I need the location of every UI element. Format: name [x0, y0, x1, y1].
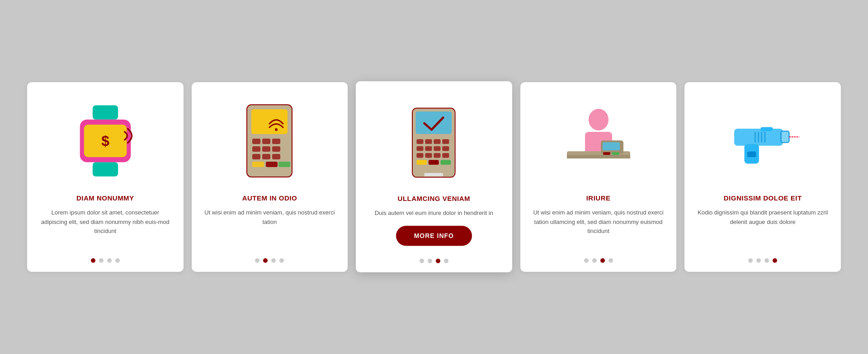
dot-2: [592, 258, 597, 263]
card-3-dots: [420, 259, 448, 263]
pos-terminal-icon: [238, 100, 301, 182]
svg-rect-30: [417, 153, 424, 158]
card-4-icon-area: [531, 96, 666, 186]
svg-rect-14: [252, 154, 260, 159]
svg-rect-21: [416, 112, 452, 135]
dot-1: [420, 259, 424, 263]
dot-1: [584, 258, 589, 263]
dot-3: [764, 258, 769, 263]
pos-check-icon: [404, 100, 464, 182]
card-1-title: DIAM NONUMMY: [76, 194, 134, 202]
svg-rect-16: [272, 154, 280, 159]
card-1: $ DIAM NONUMMY Lorem ipsum dolor sit ame…: [27, 82, 184, 271]
card-3-text: Duis autem vel eum iriure dolor in hendr…: [375, 209, 493, 218]
svg-rect-27: [425, 146, 432, 151]
dot-3: [271, 258, 276, 263]
card-5-icon-area: [695, 96, 830, 186]
card-2-dots: [255, 258, 284, 263]
svg-rect-31: [425, 153, 432, 158]
svg-rect-44: [603, 152, 610, 155]
svg-rect-23: [425, 140, 432, 144]
card-4: IRIURE Ut wisi enim ad minim veniam, qui…: [520, 82, 677, 271]
svg-rect-8: [252, 139, 260, 144]
svg-rect-35: [429, 160, 439, 165]
svg-rect-24: [434, 140, 441, 144]
svg-rect-9: [262, 139, 270, 144]
svg-rect-49: [781, 131, 789, 143]
barcode-scanner-icon: [722, 112, 803, 169]
card-1-text: Lorem ipsum dolor sit amet, consectetuer…: [38, 208, 173, 235]
svg-rect-53: [761, 132, 763, 143]
dot-2: [756, 258, 761, 263]
svg-rect-11: [252, 146, 260, 152]
svg-rect-0: [93, 106, 118, 120]
card-2-icon-area: [203, 96, 337, 186]
svg-rect-12: [262, 146, 270, 152]
svg-rect-22: [417, 140, 424, 144]
dot-1: [91, 258, 95, 263]
more-info-button[interactable]: MORE INFO: [396, 226, 472, 246]
svg-rect-15: [262, 154, 270, 159]
card-5-dots: [748, 258, 777, 263]
smartwatch-icon: $: [65, 100, 146, 182]
svg-rect-29: [443, 146, 449, 151]
cards-container: $ DIAM NONUMMY Lorem ipsum dolor sit ame…: [27, 82, 841, 271]
svg-rect-41: [567, 155, 630, 158]
card-3-title: ULLAMCING VENIAM: [398, 195, 471, 202]
dot-4: [773, 258, 777, 263]
dot-2: [428, 259, 432, 263]
dot-3: [436, 259, 440, 263]
svg-rect-18: [266, 162, 278, 167]
svg-rect-17: [252, 162, 264, 167]
card-5-text: Kodio dignissim qui blandit praesent lup…: [695, 208, 830, 229]
card-1-dots: [91, 258, 120, 263]
dot-3: [600, 258, 605, 263]
svg-rect-51: [755, 132, 756, 143]
svg-rect-6: [251, 109, 288, 134]
svg-rect-10: [272, 139, 280, 144]
card-5: DIGNISSIM DOLOE EIT Kodio dignissim qui …: [684, 82, 841, 271]
svg-rect-19: [278, 162, 290, 167]
card-4-dots: [584, 258, 613, 263]
svg-rect-52: [758, 132, 759, 143]
svg-rect-32: [434, 153, 441, 158]
cashier-icon: [558, 102, 639, 179]
dot-2: [263, 258, 268, 263]
svg-rect-25: [443, 140, 449, 144]
svg-rect-33: [443, 153, 449, 158]
dot-4: [115, 258, 120, 263]
dot-1: [748, 258, 753, 263]
svg-rect-45: [612, 152, 619, 155]
svg-rect-13: [272, 146, 280, 152]
card-2: AUTEM IN ODIO Ut wisi enim ad minim veni…: [192, 82, 348, 271]
card-2-text: Ut wisi enim ad minim veniam, quis nostr…: [203, 208, 337, 229]
svg-rect-48: [747, 152, 756, 158]
svg-rect-55: [761, 127, 773, 131]
svg-rect-28: [434, 146, 441, 151]
svg-rect-37: [425, 173, 443, 177]
svg-rect-36: [441, 160, 451, 165]
dot-4: [444, 259, 448, 263]
dot-2: [99, 258, 104, 263]
card-1-icon-area: $: [38, 96, 173, 186]
svg-text:$: $: [101, 133, 109, 149]
svg-rect-54: [764, 132, 766, 143]
card-3: ULLAMCING VENIAM Duis autem vel eum iriu…: [356, 81, 512, 272]
svg-rect-1: [93, 163, 118, 177]
card-3-icon-area: [367, 95, 501, 186]
dot-4: [609, 258, 613, 263]
svg-point-7: [275, 128, 278, 131]
card-5-title: DIGNISSIM DOLOE EIT: [724, 194, 802, 202]
svg-rect-43: [603, 142, 620, 150]
svg-rect-34: [417, 160, 427, 165]
dot-4: [279, 258, 284, 263]
card-4-title: IRIURE: [586, 194, 611, 202]
svg-rect-26: [417, 146, 424, 151]
dot-3: [107, 258, 112, 263]
dot-1: [255, 258, 259, 263]
card-4-text: Ut wisi enim ad minim veniam, quis nostr…: [531, 208, 666, 235]
svg-point-38: [589, 109, 609, 130]
card-2-title: AUTEM IN ODIO: [242, 194, 297, 202]
